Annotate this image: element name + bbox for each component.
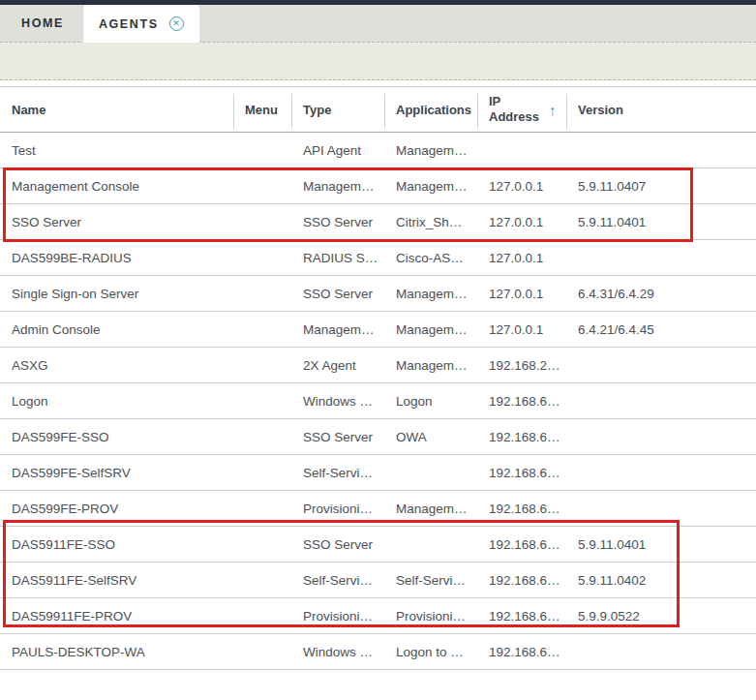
cell-applications: Citrix_Sh… (384, 215, 477, 229)
cell-name: DAS5911FE-SelfSRV (0, 573, 233, 588)
cell-version: 5.9.11.0401 (566, 537, 756, 552)
column-header-applications[interactable]: Applications (384, 87, 477, 132)
cell-applications: Managem… (384, 502, 477, 516)
cell-version: 5.9.11.0402 (566, 573, 756, 588)
cell-applications: Managem… (384, 287, 477, 301)
cell-type: Windows … (291, 394, 384, 409)
cell-version: 5.9.11.0407 (566, 179, 756, 194)
table-row[interactable]: DAS599BE-RADIUS RADIUS S… Cisco-AS… 127.… (0, 240, 756, 276)
cell-type: SSO Server (291, 430, 384, 444)
table-row[interactable]: Single Sign-on Server SSO Server Managem… (0, 276, 756, 312)
table-row[interactable]: DAS599FE-SSO SSO Server OWA 192.168.6… (0, 419, 756, 455)
table-row[interactable]: Test API Agent Managem… (0, 133, 756, 168)
cell-name: DAS5911FE-SSO (0, 537, 233, 552)
cell-name: Test (0, 143, 233, 158)
table-row[interactable]: Management Console Managem… Managem… 127… (0, 168, 756, 204)
cell-applications: Provisioni… (384, 609, 477, 624)
cell-applications: Managem… (384, 322, 477, 337)
cell-ip-address: 192.168.2… (477, 358, 566, 373)
cell-applications: Managem… (384, 358, 477, 373)
cell-applications: Managem… (384, 179, 477, 194)
cell-type: RADIUS S… (291, 251, 384, 265)
column-header-ip-address[interactable]: IP Address ↑ (477, 87, 566, 132)
cell-type: Self-Servi… (291, 573, 384, 588)
cell-name: DAS599FE-SelfSRV (0, 466, 233, 480)
column-header-version[interactable]: Version (566, 87, 756, 132)
table-row[interactable]: SSO Server SSO Server Citrix_Sh… 127.0.0… (0, 204, 756, 240)
column-header-name[interactable]: Name (0, 87, 233, 132)
tab-bar: HOME AGENTS ✕ (0, 5, 756, 42)
cell-applications: Self-Servi… (384, 573, 477, 588)
cell-ip-address: 192.168.6… (477, 430, 566, 444)
cell-version: 5.9.9.0522 (566, 609, 756, 624)
cell-ip-address: 127.0.0.1 (477, 287, 566, 301)
cell-type: SSO Server (291, 287, 384, 301)
cell-type: Self-Servi… (291, 466, 384, 480)
tab-home[interactable]: HOME (0, 5, 83, 42)
tab-home-label: HOME (21, 16, 64, 30)
cell-ip-address: 192.168.6… (477, 466, 566, 480)
table-row[interactable]: DAS59911FE-PROV Provisioni… Provisioni… … (0, 598, 756, 634)
table-row[interactable]: PAULS-DESKTOP-WA Windows … Logon to … 19… (0, 634, 756, 670)
cell-type: SSO Server (291, 537, 384, 552)
cell-applications: Logon to … (384, 645, 477, 659)
cell-type: SSO Server (291, 215, 384, 229)
cell-name: ASXG (0, 358, 233, 373)
cell-type: API Agent (291, 143, 384, 158)
cell-version: 6.4.21/6.4.45 (566, 322, 756, 337)
cell-version: 6.4.31/6.4.29 (566, 287, 756, 301)
cell-name: Management Console (0, 179, 233, 194)
table-row[interactable]: DAS599FE-PROV Provisioni… Managem… 192.1… (0, 491, 756, 527)
cell-ip-address: 127.0.0.1 (477, 322, 566, 337)
cell-applications: OWA (384, 430, 477, 444)
cell-ip-address: 127.0.0.1 (477, 251, 566, 265)
agents-table: Name Menu Type Applications IP Address ↑… (0, 86, 756, 670)
table-row[interactable]: DAS5911FE-SelfSRV Self-Servi… Self-Servi… (0, 563, 756, 598)
cell-ip-address: 192.168.6… (477, 502, 566, 516)
column-header-menu[interactable]: Menu (233, 87, 291, 132)
cell-name: SSO Server (0, 215, 233, 229)
table-row[interactable]: Logon Windows … Logon 192.168.6… (0, 383, 756, 419)
table-body: Test API Agent Managem… Management Conso… (0, 133, 756, 670)
cell-type: Managem… (291, 322, 384, 337)
cell-ip-address: 192.168.6… (477, 394, 566, 409)
cell-ip-address: 127.0.0.1 (477, 179, 566, 194)
cell-type: Windows … (291, 645, 384, 659)
cell-name: Admin Console (0, 322, 233, 337)
cell-version: 5.9.11.0401 (566, 215, 756, 229)
cell-name: DAS599FE-SSO (0, 430, 233, 444)
toolbar (0, 42, 756, 80)
close-tab-icon[interactable]: ✕ (169, 16, 184, 31)
sort-ascending-icon[interactable]: ↑ (549, 102, 557, 118)
cell-ip-address: 192.168.6… (477, 645, 566, 659)
table-row[interactable]: DAS599FE-SelfSRV Self-Servi… 192.168.6… (0, 455, 756, 491)
table-row[interactable]: ASXG 2X Agent Managem… 192.168.2… (0, 348, 756, 383)
cell-ip-address: 127.0.0.1 (477, 215, 566, 229)
cell-type: Managem… (291, 179, 384, 194)
cell-ip-address: 192.168.6… (477, 537, 566, 552)
cell-type: Provisioni… (291, 502, 384, 516)
cell-applications: Cisco-AS… (384, 251, 477, 265)
cell-name: DAS59911FE-PROV (0, 609, 233, 624)
cell-name: Single Sign-on Server (0, 287, 233, 301)
cell-name: Logon (0, 394, 233, 409)
cell-name: PAULS-DESKTOP-WA (0, 645, 233, 659)
cell-ip-address: 192.168.6… (477, 573, 566, 588)
cell-applications: Logon (384, 394, 477, 409)
tab-agents[interactable]: AGENTS ✕ (83, 5, 199, 43)
tab-agents-label: AGENTS (99, 17, 159, 31)
table-header-row: Name Menu Type Applications IP Address ↑… (0, 87, 756, 133)
cell-type: 2X Agent (291, 358, 384, 373)
cell-name: DAS599BE-RADIUS (0, 251, 233, 265)
table-row[interactable]: DAS5911FE-SSO SSO Server 192.168.6… 5.9.… (0, 527, 756, 563)
cell-applications: Managem… (384, 143, 477, 158)
cell-ip-address: 192.168.6… (477, 609, 566, 624)
column-header-type[interactable]: Type (291, 87, 384, 132)
table-row[interactable]: Admin Console Managem… Managem… 127.0.0.… (0, 312, 756, 348)
cell-name: DAS599FE-PROV (0, 502, 233, 516)
cell-type: Provisioni… (291, 609, 384, 624)
